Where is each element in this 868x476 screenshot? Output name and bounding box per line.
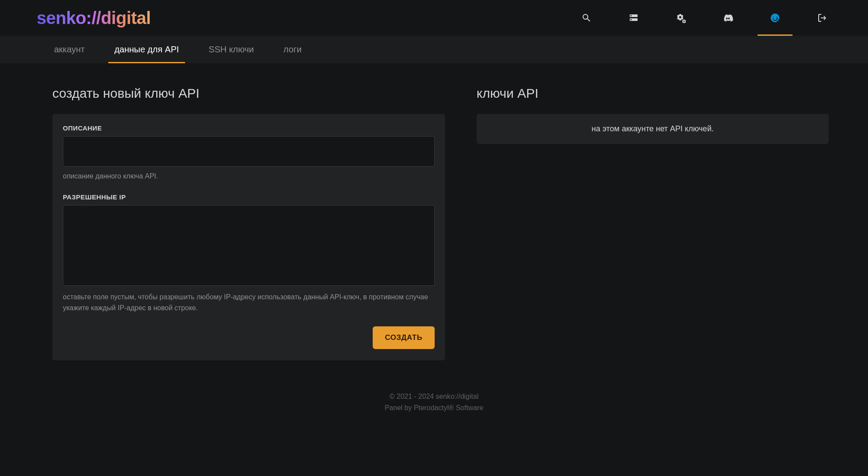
footer: © 2021 - 2024 senko://digital Panel by P…	[0, 373, 868, 426]
description-label: ОПИСАНИЕ	[63, 124, 435, 132]
main-content: создать новый ключ API ОПИСАНИЕ описание…	[0, 63, 868, 373]
footer-copyright: © 2021 - 2024 senko://digital	[0, 391, 868, 402]
tab-account[interactable]: аккаунт	[48, 36, 91, 63]
form-actions: СОЗДАТЬ	[63, 326, 435, 349]
footer-credit: Panel by Pterodactyl® Software	[0, 402, 868, 414]
topbar-nav	[580, 0, 829, 36]
power-icon[interactable]	[769, 0, 782, 36]
logo[interactable]: senko://digital	[37, 8, 151, 28]
search-icon[interactable]	[580, 0, 593, 36]
account-subnav: аккаунт данные для API SSH ключи логи	[0, 36, 868, 63]
create-api-key-title: создать новый ключ API	[52, 86, 445, 101]
footer-pterodactyl-link[interactable]: Pterodactyl® Software	[414, 404, 483, 411]
description-group: ОПИСАНИЕ описание данного ключа API.	[63, 124, 435, 182]
api-keys-column: ключи API на этом аккаунте нет API ключе…	[477, 86, 829, 144]
description-input[interactable]	[63, 136, 435, 167]
admin-gears-icon[interactable]	[674, 0, 687, 36]
create-api-key-column: создать новый ключ API ОПИСАНИЕ описание…	[52, 86, 445, 360]
allowed-ips-help: оставьте поле пустым, чтобы разрешить лю…	[63, 292, 435, 314]
topbar: senko://digital	[0, 0, 868, 36]
description-help: описание данного ключа API.	[63, 171, 435, 182]
allowed-ips-group: РАЗРЕШЕННЫЕ IP оставьте поле пустым, что…	[63, 193, 435, 314]
tab-logs[interactable]: логи	[278, 36, 308, 63]
api-keys-empty-message: на этом аккаунте нет API ключей.	[477, 114, 829, 144]
api-keys-title: ключи API	[477, 86, 829, 101]
discord-icon[interactable]	[721, 0, 734, 36]
servers-icon[interactable]	[627, 0, 640, 36]
logout-icon[interactable]	[816, 0, 829, 36]
tab-ssh[interactable]: SSH ключи	[202, 36, 260, 63]
create-api-key-panel: ОПИСАНИЕ описание данного ключа API. РАЗ…	[52, 114, 445, 360]
allowed-ips-textarea[interactable]	[63, 205, 435, 286]
footer-credit-prefix: Panel by	[384, 404, 414, 411]
create-button[interactable]: СОЗДАТЬ	[373, 326, 435, 349]
allowed-ips-label: РАЗРЕШЕННЫЕ IP	[63, 193, 435, 201]
tab-api[interactable]: данные для API	[108, 36, 185, 63]
